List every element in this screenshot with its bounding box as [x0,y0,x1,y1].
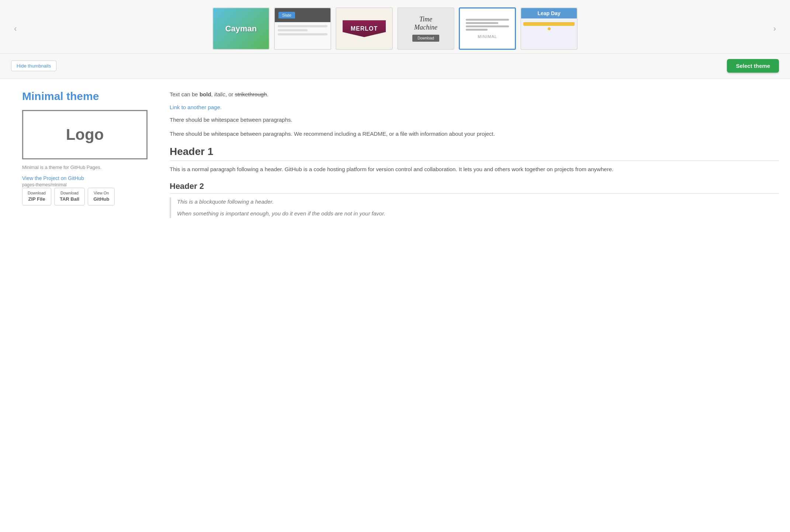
timemachine-content: TimeMachine Download [412,15,439,41]
preview-link[interactable]: Link to another page. [170,104,779,110]
cayman-label: Cayman [225,24,257,34]
main-content: Minimal theme Logo Minimal is a theme fo… [0,79,790,233]
themes-container: Cayman Slate MERLOT TimeMachine Download [23,7,766,50]
text-period: . [267,91,268,97]
preview-header1-para: This is a normal paragraph following a h… [170,165,779,174]
left-panel: Minimal theme Logo Minimal is a theme fo… [22,90,148,222]
minimal-label: MINIMAL [478,34,497,39]
right-panel: Text can be bold, italic, or strikethrou… [170,90,779,222]
theme-card-cayman[interactable]: Cayman [212,7,270,50]
blockquote-line-2: When something is important enough, you … [177,209,779,218]
leapday-bar [523,22,575,26]
minimal-lines [466,19,509,32]
view-github-button[interactable]: View On GitHub [88,188,115,205]
slate-line [278,29,308,31]
carousel-prev-button[interactable]: ‹ [11,24,20,34]
timemachine-download-btn: Download [412,35,439,42]
download-zip-button[interactable]: Download ZIP File [22,188,51,205]
text-formats-para: Text can be bold, italic, or strikethrou… [170,90,779,99]
theme-card-minimal[interactable]: MINIMAL [459,7,516,50]
leapday-dot [548,27,551,30]
project-path: pages-themes/minimal [22,182,67,187]
text-or: or [228,91,235,97]
theme-title: Minimal theme [22,90,148,103]
preview-header-2: Header 2 [170,182,779,194]
view-github-main: GitHub [93,196,109,203]
minimal-line [466,19,509,21]
slate-line [278,25,328,27]
slate-line [278,33,328,35]
corner-br [141,153,148,159]
download-tar-button[interactable]: Download TAR Ball [54,188,85,205]
theme-carousel: ‹ Cayman Slate MERLOT TimeMachine Downl [0,0,790,54]
blockquote-line-1: This is a blockquote following a header. [177,197,779,206]
theme-card-slate[interactable]: Slate [274,7,331,50]
preview-para-2: There should be whitespace between parag… [170,129,779,138]
preview-blockquote: This is a blockquote following a header.… [170,197,779,218]
italic-text: italic [214,91,225,97]
select-theme-button[interactable]: Select theme [727,59,779,73]
theme-card-leapday[interactable]: Leap Day [520,7,578,50]
download-buttons: Download ZIP File Download TAR Ball View… [22,188,148,205]
view-github-top: View On [94,191,109,195]
theme-description: Minimal is a theme for GitHub Pages. [22,165,148,170]
download-tar-main: TAR Ball [60,196,79,203]
theme-card-merlot[interactable]: MERLOT [336,7,393,50]
leapday-header: Leap Day [521,8,577,18]
logo-text: Logo [31,118,139,151]
corner-tl [22,110,29,117]
slate-header: Slate [275,8,330,22]
logo-frame: Logo [22,110,148,159]
preview-para-1: There should be whitespace between parag… [170,115,779,124]
controls-row: Hide thumbnails Select theme [0,54,790,79]
download-tar-top: Download [60,191,79,195]
slate-tab: Slate [278,12,295,18]
corner-tr [141,110,148,117]
hide-thumbnails-button[interactable]: Hide thumbnails [11,61,56,71]
strikethrough-text: strikethrough [235,91,267,97]
timemachine-title: TimeMachine [412,15,439,31]
leapday-body [521,18,577,49]
carousel-next-button[interactable]: › [770,24,779,34]
preview-header-1: Header 1 [170,146,779,161]
minimal-line [466,25,509,27]
download-zip-main: ZIP File [28,196,46,203]
bold-text: bold [200,91,211,97]
text-formats-prefix: Text can be [170,91,198,97]
merlot-badge: MERLOT [343,20,386,37]
project-github-link[interactable]: View the Project on GitHub [22,175,148,181]
minimal-line [466,29,487,31]
download-zip-top: Download [28,191,46,195]
minimal-line [466,22,498,24]
theme-card-timemachine[interactable]: TimeMachine Download [397,7,454,50]
corner-bl [22,153,29,159]
slate-body [275,22,330,49]
